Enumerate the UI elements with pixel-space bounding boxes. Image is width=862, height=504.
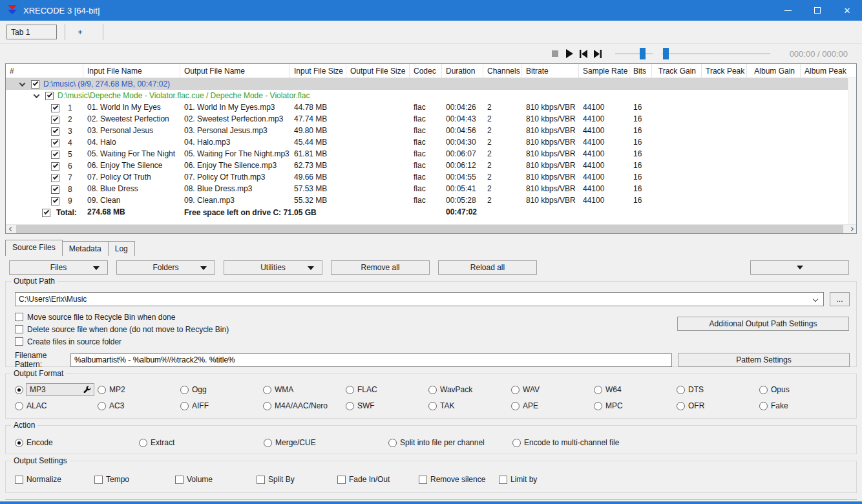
- col-header-input-name[interactable]: Input File Name: [83, 64, 180, 78]
- position-slider[interactable]: [662, 48, 770, 59]
- col-header-output-name[interactable]: Output File Name: [180, 64, 290, 78]
- ac3-radio[interactable]: [98, 402, 106, 410]
- ogg-radio[interactable]: [180, 386, 189, 394]
- mpc-radio[interactable]: [594, 402, 602, 410]
- format-option-mp2[interactable]: MP2: [98, 383, 180, 396]
- setting-split-by[interactable]: Split By: [257, 473, 337, 486]
- additional-output-path-settings-button[interactable]: Additional Output Path Settings: [677, 317, 849, 331]
- dts-radio[interactable]: [677, 386, 685, 394]
- tab-1[interactable]: Tab 1: [6, 25, 57, 39]
- folder-group-row[interactable]: D:\music\ (9/9, 274.68 MB, 00:47:02): [6, 78, 856, 90]
- table-row[interactable]: 1 01. World In My Eyes 01. World In My E…: [6, 101, 856, 113]
- format-option-mp3[interactable]: MP3: [15, 383, 98, 396]
- action-option-split-per-channel[interactable]: Split into file per channel: [388, 436, 512, 449]
- col-header-input-size[interactable]: Input File Size: [290, 64, 346, 78]
- volume-slider[interactable]: [615, 48, 653, 59]
- maximize-button[interactable]: [803, 0, 832, 21]
- filename-pattern-input[interactable]: [70, 353, 672, 367]
- wrench-icon[interactable]: [83, 386, 91, 394]
- format-option-mpc[interactable]: MPC: [594, 399, 677, 412]
- table-row[interactable]: 3 03. Personal Jesus 03. Personal Jesus.…: [6, 125, 856, 136]
- setting-limit-by[interactable]: Limit by: [499, 473, 850, 486]
- w64-radio[interactable]: [594, 386, 602, 394]
- fade-checkbox[interactable]: [337, 476, 346, 484]
- wma-radio[interactable]: [263, 386, 271, 394]
- tab-source-files[interactable]: Source Files: [5, 240, 63, 256]
- split-by-checkbox[interactable]: [257, 476, 265, 484]
- utilities-button[interactable]: Utilities: [224, 260, 322, 275]
- action-option-merge-cue[interactable]: Merge/CUE: [264, 436, 388, 449]
- setting-tempo[interactable]: Tempo: [94, 473, 175, 486]
- files-button[interactable]: Files: [9, 260, 108, 275]
- table-row[interactable]: 6 06. Enjoy The Silence 06. Enjoy The Si…: [6, 160, 856, 171]
- format-option-ofr[interactable]: OFR: [677, 399, 759, 412]
- table-row[interactable]: 8 08. Blue Dress 08. Blue Dress.mp3 57.5…: [6, 183, 856, 194]
- volume-slider-thumb[interactable]: [640, 48, 646, 59]
- mp3-radio[interactable]: [15, 386, 23, 394]
- group-checkbox[interactable]: [45, 92, 54, 100]
- create-in-source-checkbox[interactable]: [15, 337, 23, 346]
- alac-radio[interactable]: [15, 402, 23, 410]
- table-row[interactable]: 5 05. Waiting For The Night 05. Waiting …: [6, 148, 856, 160]
- format-option-aiff[interactable]: AIFF: [180, 399, 263, 412]
- scroll-left-button[interactable]: [6, 225, 16, 234]
- normalize-checkbox[interactable]: [15, 476, 23, 484]
- volume-checkbox[interactable]: [175, 476, 184, 484]
- extract-radio[interactable]: [139, 439, 147, 447]
- merge-cue-radio[interactable]: [264, 439, 272, 447]
- mp3-selected-box[interactable]: MP3: [26, 383, 94, 396]
- position-slider-thumb[interactable]: [663, 48, 669, 59]
- recycle-bin-checkbox[interactable]: [15, 313, 23, 321]
- tab-metadata[interactable]: Metadata: [62, 241, 109, 256]
- tak-radio[interactable]: [428, 402, 437, 410]
- format-option-wma[interactable]: WMA: [263, 383, 346, 396]
- format-option-swf[interactable]: SWF: [346, 399, 428, 412]
- format-option-opus[interactable]: Opus: [759, 383, 850, 396]
- format-option-ogg[interactable]: Ogg: [180, 383, 263, 396]
- group-checkbox[interactable]: [31, 80, 39, 89]
- mp2-radio[interactable]: [98, 386, 106, 394]
- encode-radio[interactable]: [15, 439, 23, 447]
- remove-all-button[interactable]: Remove all: [331, 260, 430, 275]
- action-option-extract[interactable]: Extract: [139, 436, 264, 449]
- setting-normalize[interactable]: Normalize: [15, 473, 94, 486]
- col-header-album-peak[interactable]: Album Peak: [801, 64, 856, 78]
- swf-radio[interactable]: [346, 402, 354, 410]
- col-header-bits[interactable]: Bits: [629, 64, 652, 78]
- wavpack-radio[interactable]: [428, 386, 437, 394]
- action-option-encode[interactable]: Encode: [15, 436, 139, 449]
- cue-group-row[interactable]: D:\music\Depeche Mode - Violator.flac.cu…: [6, 90, 856, 101]
- split-per-channel-radio[interactable]: [388, 439, 397, 447]
- row-checkbox[interactable]: [51, 116, 59, 124]
- row-checkbox[interactable]: [51, 197, 59, 205]
- table-row[interactable]: 2 02. Sweetest Perfection 02. Sweetest P…: [6, 113, 856, 125]
- multi-channel-radio[interactable]: [512, 439, 521, 447]
- format-option-tak[interactable]: TAK: [428, 399, 511, 412]
- col-header-track-peak[interactable]: Track Peak: [702, 64, 747, 78]
- add-tab-button[interactable]: +: [65, 25, 95, 39]
- col-header-output-size[interactable]: Output File Size: [346, 64, 410, 78]
- opus-radio[interactable]: [759, 386, 768, 394]
- stop-button[interactable]: [548, 47, 562, 60]
- format-option-m4a[interactable]: M4A/AAC/Nero: [263, 399, 346, 412]
- table-row[interactable]: 4 04. Halo 04. Halo.mp3 45.44 MB flac 00…: [6, 136, 856, 148]
- format-option-dts[interactable]: DTS: [677, 383, 759, 396]
- limit-by-checkbox[interactable]: [499, 476, 507, 484]
- minimize-button[interactable]: [773, 0, 803, 21]
- flac-radio[interactable]: [346, 386, 354, 394]
- row-checkbox[interactable]: [51, 151, 59, 159]
- collapse-chevron-icon[interactable]: [34, 92, 40, 98]
- col-header-sample-rate[interactable]: Sample Rate: [579, 64, 629, 78]
- col-header-album-gain[interactable]: Album Gain: [747, 64, 801, 78]
- row-checkbox[interactable]: [51, 104, 59, 112]
- col-header-duration[interactable]: Duration: [442, 64, 483, 78]
- format-option-ape[interactable]: APE: [511, 399, 594, 412]
- tab-log[interactable]: Log: [108, 241, 135, 256]
- setting-volume[interactable]: Volume: [175, 473, 257, 486]
- action-option-multi-channel[interactable]: Encode to multi-channel file: [512, 436, 850, 449]
- format-option-flac[interactable]: FLAC: [346, 383, 428, 396]
- table-row[interactable]: 7 07. Policy Of Truth 07. Policy Of Trut…: [6, 171, 856, 183]
- ape-radio[interactable]: [511, 402, 520, 410]
- col-header-channels[interactable]: Channels: [483, 64, 522, 78]
- play-button[interactable]: [562, 47, 576, 60]
